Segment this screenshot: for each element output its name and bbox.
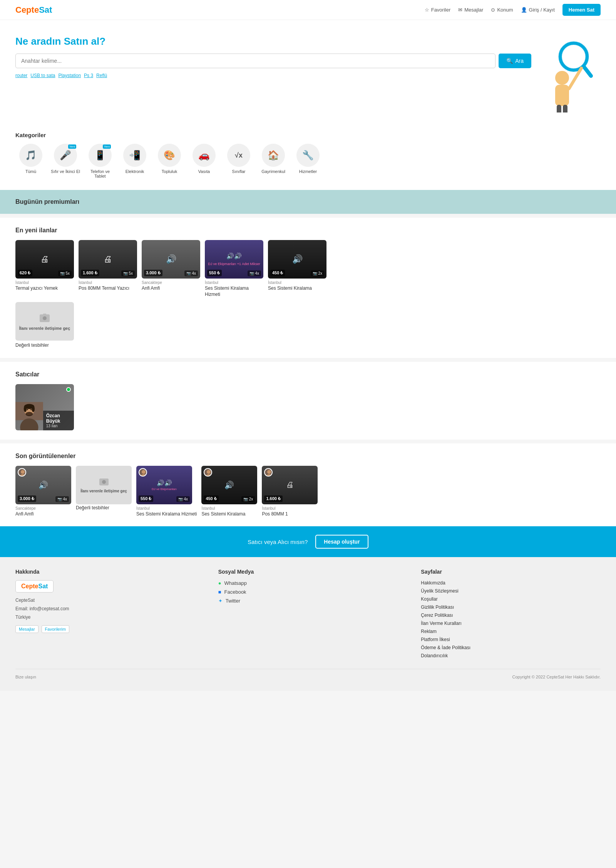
cta-text: Satıcı veya Alıcı mısın? [248, 539, 308, 545]
hero-svg [539, 35, 593, 112]
tag-reflu[interactable]: Reflü [96, 73, 107, 78]
listing-price: 1.600 ₺ [264, 495, 283, 502]
footer: Hakkında CepteSat CepteSat Email: info@c… [0, 557, 616, 691]
svg-line-2 [584, 67, 591, 76]
footer-page-cerez[interactable]: Çerez Politikası [421, 613, 601, 618]
footer-favorilerim-btn[interactable]: Favorilerim [42, 625, 69, 633]
facebook-icon: ■ [218, 589, 221, 595]
listing-count: 📷 5x [58, 270, 72, 276]
search-input[interactable] [15, 54, 495, 68]
footer-logo-text: CepteSat [21, 583, 48, 590]
listing-price: 550 ₺ [139, 495, 153, 502]
listing-price: 620 ₺ [18, 270, 32, 276]
listing-name: Termal yazıcı Yemek [15, 285, 74, 292]
cat-vasita[interactable]: 🚗 Vasıta [189, 144, 219, 178]
svg-point-23 [102, 480, 106, 484]
svg-rect-10 [43, 314, 46, 315]
footer-mesajlar-btn[interactable]: Mesajlar [15, 625, 38, 633]
listing-location: İstanbul [79, 280, 137, 285]
footer-page-dolandiricilik[interactable]: Dolandırıcılık [421, 653, 601, 658]
contact-placeholder: İlanı verenle iletişime geç [76, 466, 132, 504]
footer-page-hakkimizda[interactable]: Hakkımızda [421, 580, 601, 586]
footer-copyright: Copyright © 2022 CepteSat Her Hakkı Sakl… [512, 675, 601, 679]
footer-page-gizlilik[interactable]: Gizlilik Politikası [421, 604, 601, 610]
nav-giris[interactable]: 👤 Giriş / Kayıt [521, 7, 555, 13]
footer-quick-links: Mesajlar Favorilerim [15, 625, 195, 633]
recent-card[interactable]: İlanı verenle iletişime geç Değerli tesb… [76, 466, 132, 517]
seller-card[interactable]: Özcan Büyük 13 ilan [15, 384, 74, 430]
listing-location: İstanbul [201, 506, 257, 510]
listing-card[interactable]: 🔊 3.000 ₺ 📷 4x Sancaktepe Anfi Amfi [142, 240, 200, 297]
footer-page-uyelik[interactable]: Üyelik Sözleşmesi [421, 588, 601, 594]
seller-online-indicator [66, 387, 71, 392]
listing-card[interactable]: 🖨 1.600 ₺ 📷 5x İstanbul Pos 80MM Termal … [79, 240, 137, 297]
footer-company-info: CepteSat Email: info@ceptesat.com Türkiy… [15, 596, 195, 621]
seller-avatar-svg [15, 392, 43, 430]
listing-price: 1.600 ₺ [81, 270, 99, 276]
tag-ps3[interactable]: Ps 3 [84, 73, 93, 78]
new-listings-section: En yeni ilanlar 🖨 620 ₺ 📷 5x İstanbul Te… [0, 218, 616, 358]
svg-rect-7 [563, 105, 567, 112]
listing-card[interactable]: 🔊 450 ₺ 📷 2x İstanbul Ses Sistemi Kirala… [268, 240, 326, 297]
cat-gayrimenkul[interactable]: 🏠 Gayrimenkul [258, 144, 289, 178]
svg-point-16 [32, 406, 35, 412]
footer-twitter[interactable]: ✦ Twitter [218, 598, 398, 604]
recent-user-avatar [139, 468, 147, 477]
logo-part2: Sat [39, 5, 52, 15]
footer-about-title: Hakkında [15, 569, 195, 575]
footer-page-kosullar[interactable]: Koşullar [421, 596, 601, 602]
categories-grid: 🎵 Tümü 🎤Yeni Sıfır ve İkinci El 📱Yeni Te… [15, 144, 601, 178]
hesap-olustur-button[interactable]: Hesap oluştur [315, 535, 368, 549]
listing-count: 📷 2x [311, 270, 324, 276]
listing-name: Anfi Amfi [142, 285, 200, 292]
nav-mesajlar[interactable]: ✉ Mesajlar [458, 7, 483, 13]
search-tags: router USB to sata Playstation Ps 3 Refl… [15, 73, 531, 78]
listing-card[interactable]: 🖨 620 ₺ 📷 5x İstanbul Termal yazıcı Yeme… [15, 240, 74, 297]
recent-user-avatar [204, 468, 212, 477]
twitter-icon: ✦ [218, 598, 223, 604]
seller-photo: Özcan Büyük 13 ilan [15, 384, 74, 430]
listing-count: 📷 4x [248, 270, 261, 276]
cat-icon-topluluk: 🎨 [158, 144, 181, 167]
listing-card[interactable]: 🔊🔊 DJ ve Ekipmanları +1 Adet Mikser 550 … [205, 240, 263, 297]
nav-konum[interactable]: ⊙ Konum [491, 7, 513, 13]
svg-point-24 [142, 470, 146, 474]
tag-playstation[interactable]: Playstation [58, 73, 81, 78]
categories-section: Kategoriler 🎵 Tümü 🎤Yeni Sıfır ve İkinci… [0, 124, 616, 190]
categories-title: Kategoriler [15, 132, 601, 138]
footer-facebook[interactable]: ■ Facebook [218, 589, 398, 595]
recent-card[interactable]: 🔊 3.000 ₺ 📷 4x Sancaktepe Anfi Amfi [15, 466, 71, 517]
cat-elektronik[interactable]: 📲 Elektronik [119, 144, 150, 178]
contact-listing-card[interactable]: İlanı verenle iletişime geç Değerli tesb… [15, 302, 74, 349]
tag-usb[interactable]: USB to sata [30, 73, 55, 78]
footer-contact-link[interactable]: Bize ulaşın [15, 675, 36, 679]
seller-info: Özcan Büyük 13 ilan [43, 411, 74, 430]
recently-viewed-section: Son görüntülenenler 🔊 3.000 ₺ 📷 4x Sanca… [0, 443, 616, 527]
search-button[interactable]: 🔍 Ara [499, 54, 531, 68]
cat-topluluk[interactable]: 🎨 Topluluk [154, 144, 185, 178]
nav-favoriler[interactable]: ☆ Favoriler [425, 7, 451, 13]
recent-card[interactable]: 🔊🔊 DJ ve Ekipmanları 550 ₺ 📷 4x İstanbul… [136, 466, 197, 517]
footer-page-ilan[interactable]: İlan Verme Kuralları [421, 621, 601, 626]
footer-page-reklam[interactable]: Reklam [421, 629, 601, 634]
logo[interactable]: CepteSat [15, 5, 52, 15]
recent-card[interactable]: 🖨 1.600 ₺ İstanbul Pos 80MM 1 [262, 466, 318, 517]
tag-router[interactable]: router [15, 73, 27, 78]
listing-location: İstanbul [205, 280, 263, 285]
footer-page-platform[interactable]: Platform İlkesi [421, 637, 601, 642]
cat-telefon[interactable]: 📱Yeni Telefon ve Tablet [85, 144, 116, 178]
cat-tumü[interactable]: 🎵 Tümü [15, 144, 46, 178]
footer-page-odeme[interactable]: Ödeme & İade Politikası [421, 645, 601, 650]
footer-whatsapp[interactable]: ● Whatsapp [218, 580, 398, 586]
listing-name: Ses Sistemi Kiralama Hizmeti [136, 511, 197, 517]
cat-sifir[interactable]: 🎤Yeni Sıfır ve İkinci El [50, 144, 81, 178]
cat-hizmetler[interactable]: 🔧 Hizmetler [293, 144, 323, 178]
contact-card-image: İlanı verenle iletişime geç [15, 302, 74, 341]
cat-siniflar[interactable]: √x Sınıflar [223, 144, 254, 178]
svg-point-26 [207, 470, 211, 474]
hemen-sat-button[interactable]: Hemen Sat [562, 4, 601, 16]
recent-card[interactable]: 🔊 450 ₺ 📷 2x İstanbul Ses Sistemi Kirala… [201, 466, 257, 517]
cat-icon-elektronik: 📲 [123, 144, 146, 167]
listing-image: 🖨 620 ₺ 📷 5x [15, 240, 74, 279]
svg-point-28 [267, 470, 271, 474]
